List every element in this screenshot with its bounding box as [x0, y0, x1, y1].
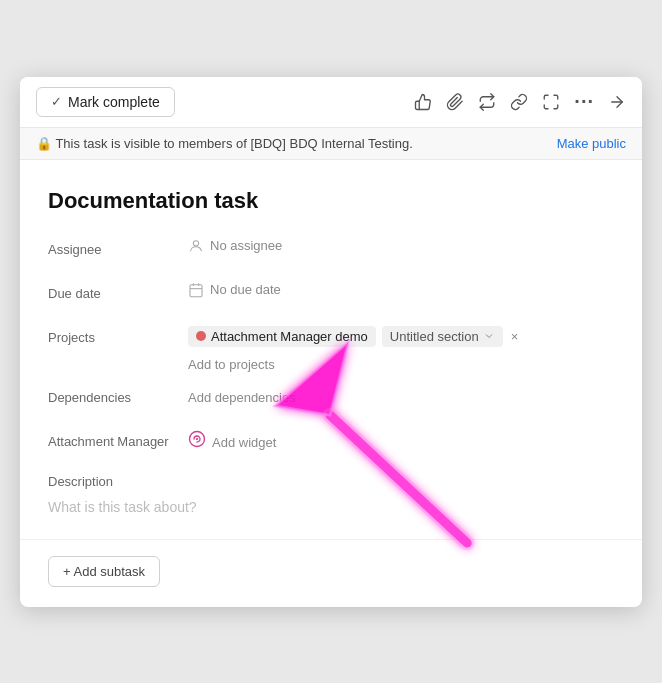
section-tag[interactable]: Untitled section: [382, 326, 503, 347]
link-icon[interactable]: [510, 93, 528, 111]
make-public-button[interactable]: Make public: [557, 136, 626, 151]
thumbs-up-icon[interactable]: [414, 93, 432, 111]
description-placeholder[interactable]: What is this task about?: [48, 495, 614, 519]
projects-row: Projects Attachment Manager demo Untitle…: [48, 326, 614, 372]
task-title: Documentation task: [48, 188, 614, 214]
toolbar-actions: ···: [414, 90, 626, 113]
dependencies-label: Dependencies: [48, 386, 188, 405]
add-to-projects-link[interactable]: Add to projects: [188, 357, 518, 372]
description-label: Description: [48, 474, 614, 489]
chevron-down-icon: [483, 330, 495, 342]
widget-icon: [188, 430, 206, 452]
assignee-value[interactable]: No assignee: [188, 238, 282, 254]
project-name: Attachment Manager demo: [211, 329, 368, 344]
assignee-label: Assignee: [48, 238, 188, 257]
due-date-text: No due date: [210, 282, 281, 297]
svg-point-7: [196, 437, 198, 439]
calendar-icon: [188, 282, 204, 298]
due-date-label: Due date: [48, 282, 188, 301]
due-date-row: Due date No due date: [48, 282, 614, 312]
expand-icon[interactable]: [542, 93, 560, 111]
assignee-text: No assignee: [210, 238, 282, 253]
navigate-icon[interactable]: [608, 93, 626, 111]
due-date-value[interactable]: No due date: [188, 282, 281, 298]
add-subtask-button[interactable]: + Add subtask: [48, 556, 160, 587]
projects-label: Projects: [48, 326, 188, 345]
visibility-bar: 🔒 This task is visible to members of [BD…: [20, 128, 642, 160]
check-icon: ✓: [51, 94, 62, 109]
mark-complete-label: Mark complete: [68, 94, 160, 110]
task-content: Documentation task Assignee No assignee …: [20, 160, 642, 539]
remove-project-button[interactable]: ×: [511, 329, 519, 344]
project-color-dot: [196, 331, 206, 341]
paperclip-icon[interactable]: [446, 93, 464, 111]
attachment-manager-label: Attachment Manager: [48, 430, 188, 449]
person-icon: [188, 238, 204, 254]
svg-point-1: [193, 240, 198, 245]
attachment-manager-row: Attachment Manager Add widget: [48, 430, 614, 460]
section-name: Untitled section: [390, 329, 479, 344]
add-widget-link[interactable]: Add widget: [212, 435, 276, 450]
visibility-message: 🔒 This task is visible to members of [BD…: [36, 136, 413, 151]
transfer-icon[interactable]: [478, 93, 496, 111]
assignee-row: Assignee No assignee: [48, 238, 614, 268]
task-footer: + Add subtask: [20, 539, 642, 607]
add-dependencies-link[interactable]: Add dependencies: [188, 390, 296, 405]
mark-complete-button[interactable]: ✓ Mark complete: [36, 87, 175, 117]
description-section: Description What is this task about?: [48, 474, 614, 519]
project-pill[interactable]: Attachment Manager demo: [188, 326, 376, 347]
dependencies-row: Dependencies Add dependencies: [48, 386, 614, 416]
lock-icon: 🔒: [36, 136, 52, 151]
more-icon[interactable]: ···: [574, 90, 594, 113]
svg-rect-2: [190, 284, 202, 296]
